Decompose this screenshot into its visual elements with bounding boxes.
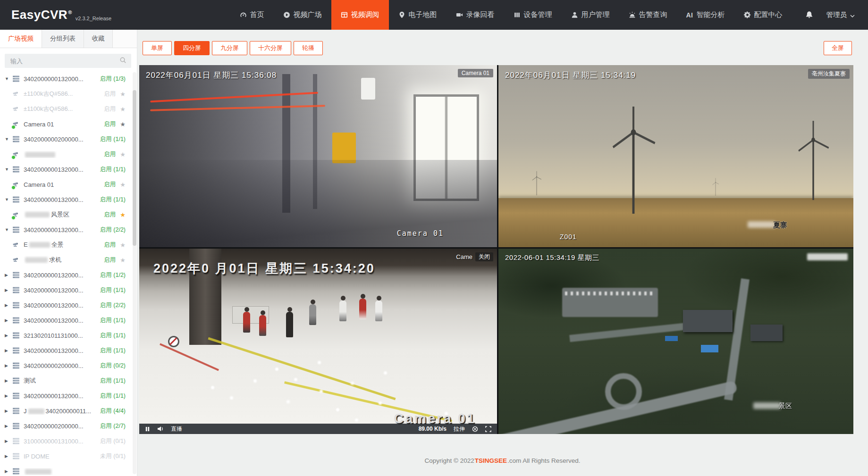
chevron-right-icon[interactable]: ▶ xyxy=(5,439,12,443)
chevron-down-icon[interactable]: ▼ xyxy=(5,197,12,202)
fullscreen-button[interactable]: 全屏 xyxy=(824,41,852,55)
favorite-star-icon[interactable]: ★ xyxy=(120,242,126,248)
tree-camera-row[interactable]: ±1100k吉Q#586...启用★ xyxy=(0,86,132,101)
nav-item-playback[interactable]: 录像回看 xyxy=(447,0,504,30)
nav-item-map[interactable]: 电子地图 xyxy=(389,0,447,30)
layout-button[interactable]: 单屏 xyxy=(143,41,172,55)
nav-item-config[interactable]: 配置中心 xyxy=(734,0,792,30)
user-menu[interactable]: 管理员 xyxy=(826,0,868,30)
video-panel-4[interactable]: 2022-06-01 15:34:19 星期三 景区 xyxy=(498,249,853,434)
nav-item-review[interactable]: 视频调阅 xyxy=(331,0,389,30)
tree-group-row[interactable]: ▶3402000000132000...启用 (1/1) xyxy=(0,343,132,358)
video-panel-3[interactable]: 2022年0 月01日 星期三 15:34:20 Came 关闭 Camera … xyxy=(139,249,497,434)
device-group-icon xyxy=(12,468,20,475)
tree-group-row[interactable]: ▼3402000000132000...启用 (1/1) xyxy=(0,162,132,177)
device-label: 3402000000132000... xyxy=(24,392,96,400)
favorite-star-icon[interactable]: ★ xyxy=(120,151,126,158)
tree-camera-row[interactable]: ±1100k吉Q#586...启用★ xyxy=(0,101,132,117)
device-label: 求机 xyxy=(24,256,100,264)
nav-item-devices[interactable]: 设备管理 xyxy=(504,0,562,30)
nav-item-ai[interactable]: AI智能分析 xyxy=(677,0,734,30)
tree-group-row[interactable]: ▼3402000000132000...启用 (1/1) xyxy=(0,192,132,207)
video-panel-1[interactable]: 2022年06月01日 星期三 15:36:08 Camera 01 Camer… xyxy=(139,65,497,247)
nav-item-home[interactable]: 首页 xyxy=(230,0,274,30)
tree-group-row[interactable]: ▶3402000000200000...启用 (2/7) xyxy=(0,418,132,434)
tree-group-row[interactable]: ▼3402000000132000...启用 (2/2) xyxy=(0,222,132,237)
tree-camera-row[interactable]: Camera 01启用★ xyxy=(0,177,132,192)
tree-group-row[interactable]: ▶3402000000132000...启用 (1/1) xyxy=(0,313,132,328)
search-input[interactable] xyxy=(9,57,119,65)
chevron-right-icon[interactable]: ▶ xyxy=(5,273,12,277)
tree-camera-row[interactable]: 启用★ xyxy=(0,147,132,162)
favorite-star-icon[interactable]: ★ xyxy=(120,257,126,263)
close-stream-button[interactable]: 关闭 xyxy=(475,252,493,261)
favorite-star-icon[interactable]: ★ xyxy=(120,182,126,188)
nav-item-users[interactable]: 用户管理 xyxy=(562,0,619,30)
chevron-right-icon[interactable]: ▶ xyxy=(5,333,12,338)
chevron-right-icon[interactable]: ▶ xyxy=(5,409,12,413)
layout-button[interactable]: 十六分屏 xyxy=(250,41,291,55)
video-panel-2[interactable]: 2022年06月01日 星期三 15:34:19 亳州汝集夏寨 Z001 夏寨 xyxy=(498,65,853,247)
device-label: 3402000000132000... xyxy=(24,166,96,173)
tree-group-row[interactable]: ▶3402000000132000...启用 (1/1) xyxy=(0,283,132,298)
chevron-down-icon[interactable]: ▼ xyxy=(5,167,12,172)
snapshot-icon[interactable] xyxy=(472,426,478,432)
device-group-icon xyxy=(12,226,20,234)
nav-item-label: 配置中心 xyxy=(754,10,783,19)
layout-button[interactable]: 九分屏 xyxy=(212,41,247,55)
tree-group-row[interactable]: ▶IP DOME未用 (0/1) xyxy=(0,449,132,464)
chevron-right-icon[interactable]: ▶ xyxy=(5,363,12,368)
chevron-down-icon[interactable]: ▼ xyxy=(5,227,12,232)
sidebar-scrollbar-thumb[interactable] xyxy=(133,90,136,246)
search-icon[interactable] xyxy=(119,57,126,66)
layout-button[interactable]: 轮播 xyxy=(294,41,323,55)
nav-item-plaza[interactable]: 视频广场 xyxy=(274,0,331,30)
volume-icon[interactable] xyxy=(157,426,164,432)
chevron-down-icon[interactable]: ▼ xyxy=(5,137,12,142)
tree-group-row[interactable]: ▶J340200000011...启用 (4/4) xyxy=(0,403,132,418)
chevron-right-icon[interactable]: ▶ xyxy=(5,393,12,398)
tree-camera-row[interactable]: E全景启用★ xyxy=(0,237,132,252)
status-text: 启用 (1/1) xyxy=(100,347,126,355)
favorite-star-icon[interactable]: ★ xyxy=(120,91,126,97)
chevron-right-icon[interactable]: ▶ xyxy=(5,288,12,292)
favorite-star-icon[interactable]: ★ xyxy=(120,121,126,127)
layout-button[interactable]: 四分屏 xyxy=(174,41,210,55)
chevron-right-icon[interactable]: ▶ xyxy=(5,424,12,428)
notification-bell-icon[interactable] xyxy=(792,0,826,30)
tree-group-row[interactable]: ▼3402000000200000...启用 (1/1) xyxy=(0,132,132,147)
nav-item-alarms[interactable]: 告警查询 xyxy=(619,0,677,30)
device-group-icon xyxy=(12,272,20,279)
chevron-right-icon[interactable]: ▶ xyxy=(5,378,12,383)
chevron-right-icon[interactable]: ▶ xyxy=(5,454,12,459)
favorite-star-icon[interactable]: ★ xyxy=(120,212,126,218)
favorite-star-icon[interactable]: ★ xyxy=(120,106,126,112)
chevron-right-icon[interactable]: ▶ xyxy=(5,469,12,474)
chevron-right-icon[interactable]: ▶ xyxy=(5,318,12,323)
camera-osd-label: Camera 01 xyxy=(397,229,444,238)
tab-plaza-video[interactable]: 广场视频 xyxy=(0,30,42,48)
device-group-icon xyxy=(12,287,20,294)
tree-group-row[interactable]: ▶ xyxy=(0,464,132,476)
tree-group-row[interactable]: ▶3402000000132000...启用 (2/2) xyxy=(0,298,132,313)
pause-icon[interactable] xyxy=(145,426,150,432)
chevron-right-icon[interactable]: ▶ xyxy=(5,348,12,353)
tree-camera-row[interactable]: 风景区启用★ xyxy=(0,207,132,222)
tree-group-row[interactable]: ▶3402000000200000...启用 (0/2) xyxy=(0,358,132,373)
tree-group-row[interactable]: ▶3100000000131000...启用 (0/1) xyxy=(0,434,132,449)
tab-group-list[interactable]: 分组列表 xyxy=(42,30,84,48)
fullscreen-icon[interactable] xyxy=(485,426,491,432)
device-label: 3402000000132000... xyxy=(24,226,96,234)
brand-link[interactable]: TSINGSEE xyxy=(475,457,507,464)
chevron-right-icon[interactable]: ▶ xyxy=(5,303,12,308)
chevron-down-icon[interactable]: ▼ xyxy=(5,76,12,81)
tree-group-row[interactable]: ▶测试启用 (1/1) xyxy=(0,373,132,388)
tree-group-row[interactable]: ▶3402000000132000...启用 (1/2) xyxy=(0,267,132,283)
tree-camera-row[interactable]: Camera 01启用★ xyxy=(0,117,132,132)
device-label: E全景 xyxy=(24,241,100,249)
tree-camera-row[interactable]: 求机启用★ xyxy=(0,252,132,267)
tree-group-row[interactable]: ▶3402000000132000...启用 (1/1) xyxy=(0,388,132,403)
tree-group-row[interactable]: ▼3402000000132000...启用 (1/3) xyxy=(0,71,132,86)
tab-favorites[interactable]: 收藏 xyxy=(84,30,113,48)
tree-group-row[interactable]: ▶3213020101131000...启用 (1/1) xyxy=(0,328,132,343)
